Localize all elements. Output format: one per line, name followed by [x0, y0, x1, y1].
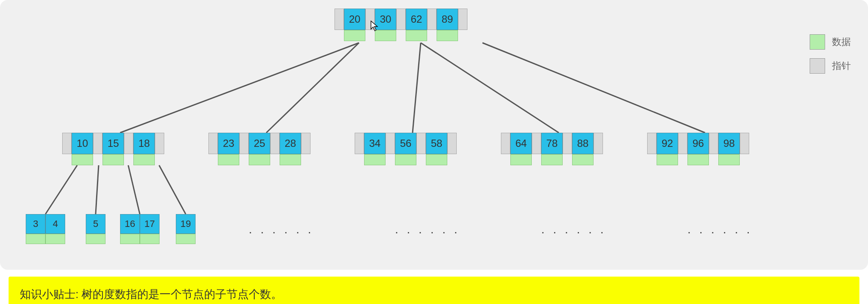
leaf-node: 19 [176, 214, 196, 244]
ellipsis: . . . . . . [687, 223, 753, 236]
tip-banner: 知识小贴士: 树的度数指的是一个节点的子节点个数。 [9, 277, 859, 304]
svg-line-2 [413, 43, 421, 133]
leaf-node: 5 [86, 214, 105, 244]
ellipsis: . . . . . . [249, 223, 314, 236]
svg-line-4 [482, 43, 705, 133]
key-cell: 23 [218, 133, 239, 154]
data-slot [395, 154, 416, 165]
svg-line-0 [120, 43, 359, 133]
key-cell: 34 [364, 133, 386, 154]
data-slot [280, 154, 301, 165]
key-cell: 96 [687, 133, 709, 154]
data-slot [26, 234, 45, 244]
key-cell: 3 [26, 214, 45, 234]
key-cell: 4 [45, 214, 65, 234]
key-cell: 30 [375, 9, 396, 30]
key-cell: 5 [86, 214, 105, 234]
leaf-node: 3 4 [26, 214, 65, 244]
legend-label: 数据 [832, 36, 851, 48]
legend-swatch-data [810, 34, 825, 50]
key-cell: 98 [718, 133, 740, 154]
data-slot [687, 154, 709, 165]
key-cell: 78 [541, 133, 563, 154]
internal-node: 10 15 18 [62, 133, 164, 165]
key-cell: 15 [102, 133, 124, 154]
legend-swatch-pointer [810, 58, 825, 74]
data-slot [120, 234, 140, 244]
internal-node: 92 96 98 [647, 133, 749, 165]
key-cell: 18 [133, 133, 155, 154]
data-slot [375, 30, 396, 41]
data-slot [426, 154, 447, 165]
svg-line-3 [421, 43, 559, 133]
key-cell: 16 [120, 214, 140, 234]
internal-node: 34 56 58 [355, 133, 457, 165]
internal-node: 23 25 28 [208, 133, 310, 165]
data-slot [249, 154, 270, 165]
tip-text: 知识小贴士: 树的度数指的是一个节点的子节点个数。 [20, 288, 282, 301]
legend-item-pointer: 指针 [810, 58, 851, 74]
root-node: 20 30 62 89 [335, 9, 467, 41]
svg-line-7 [128, 165, 140, 214]
legend: 数据 指针 [810, 34, 851, 74]
ellipsis: . . . . . . [395, 223, 460, 236]
key-cell: 20 [344, 9, 365, 30]
data-slot [45, 234, 65, 244]
data-slot [218, 154, 239, 165]
key-cell: 19 [176, 214, 196, 234]
key-cell: 25 [249, 133, 270, 154]
key-cell: 56 [395, 133, 416, 154]
svg-line-6 [96, 165, 99, 214]
key-cell: 10 [72, 133, 93, 154]
legend-label: 指针 [832, 60, 851, 72]
key-cell: 64 [510, 133, 532, 154]
data-slot [406, 30, 427, 41]
data-slot [133, 154, 155, 165]
svg-line-1 [266, 43, 359, 133]
key-cell: 88 [572, 133, 594, 154]
tree-diagram: 20 30 62 89 10 15 18 23 25 28 34 56 58 [0, 0, 868, 270]
key-cell: 92 [657, 133, 678, 154]
key-cell: 58 [426, 133, 447, 154]
data-slot [718, 154, 740, 165]
data-slot [72, 154, 93, 165]
data-slot [86, 234, 105, 244]
data-slot [541, 154, 563, 165]
key-cell: 62 [406, 9, 427, 30]
key-cell: 89 [437, 9, 458, 30]
svg-line-8 [159, 165, 186, 214]
data-slot [102, 154, 124, 165]
key-cell: 17 [140, 214, 160, 234]
data-slot [176, 234, 196, 244]
data-slot [364, 154, 386, 165]
data-slot [344, 30, 365, 41]
data-slot [437, 30, 458, 41]
internal-node: 64 78 88 [501, 133, 603, 165]
svg-line-5 [45, 165, 77, 214]
data-slot [572, 154, 594, 165]
data-slot [657, 154, 678, 165]
leaf-node: 16 17 [120, 214, 160, 244]
data-slot [510, 154, 532, 165]
ellipsis: . . . . . . [541, 223, 606, 236]
legend-item-data: 数据 [810, 34, 851, 50]
data-slot [140, 234, 160, 244]
key-cell: 28 [280, 133, 301, 154]
